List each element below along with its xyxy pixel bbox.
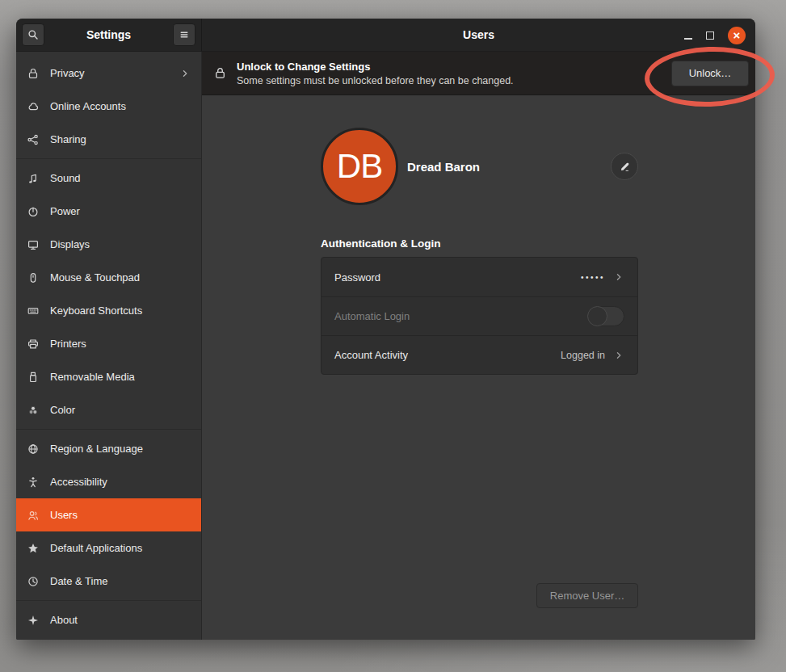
unlock-banner-title: Unlock to Change Settings [237, 61, 514, 73]
sidebar-item-region-language[interactable]: Region & Language [16, 432, 201, 465]
password-right: ••••• [581, 271, 624, 283]
account-activity-right: Logged in [561, 350, 624, 361]
sidebar-item-label: Displays [50, 238, 90, 250]
lock-icon [213, 66, 227, 80]
user-content: DB Dread Baron Authentication & Login Pa… [321, 95, 638, 375]
sidebar-item-label: Users [50, 509, 78, 521]
sidebar-item-label: Removable Media [50, 371, 135, 383]
sidebar-item-accessibility[interactable]: Accessibility [16, 465, 201, 498]
remove-user-area: Remove User… [321, 583, 638, 608]
hamburger-menu-icon [178, 28, 191, 41]
sidebar-item-removable-media[interactable]: Removable Media [16, 360, 201, 393]
automatic-login-toggle[interactable] [587, 306, 624, 326]
sidebar-item-label: Sound [50, 172, 81, 184]
edit-name-button[interactable] [611, 153, 638, 180]
chevron-right-icon [613, 350, 624, 361]
sidebar-separator [16, 158, 201, 159]
password-row[interactable]: Password ••••• [322, 258, 637, 296]
search-icon [27, 28, 40, 41]
unlock-banner: Unlock to Change Settings Some settings … [202, 52, 755, 95]
account-activity-value: Logged in [561, 350, 605, 361]
power-icon [27, 205, 40, 218]
users-panel: Unlock to Change Settings Some settings … [202, 52, 755, 640]
users-icon [27, 509, 40, 522]
sidebar-item-privacy[interactable]: Privacy [16, 57, 201, 90]
sidebar: Privacy Online Accounts Sh [16, 52, 202, 640]
settings-window: Settings Users × Priva [16, 19, 755, 640]
share-icon [27, 133, 40, 146]
music-note-icon [27, 172, 40, 185]
panel-title: Users [202, 19, 755, 52]
keyboard-icon [27, 304, 40, 317]
automatic-login-row: Automatic Login [322, 296, 637, 335]
avatar-initials: DB [337, 147, 382, 186]
display-icon [27, 238, 40, 251]
cloud-icon [27, 100, 40, 113]
accessibility-person-icon [27, 476, 40, 489]
sidebar-item-displays[interactable]: Displays [16, 228, 201, 261]
sidebar-item-label: Power [50, 205, 80, 217]
sidebar-item-label: Region & Language [50, 443, 143, 455]
avatar: DB [321, 128, 398, 205]
sidebar-item-sound[interactable]: Sound [16, 162, 201, 195]
unlock-button[interactable]: Unlock… [671, 61, 749, 86]
chevron-right-icon [613, 271, 624, 283]
menu-button[interactable] [173, 23, 195, 46]
auth-list: Password ••••• Automatic Login [321, 257, 638, 375]
globe-icon [27, 443, 40, 456]
sidebar-item-online-accounts[interactable]: Online Accounts [16, 90, 201, 123]
sidebar-item-label: Online Accounts [50, 100, 126, 112]
sidebar-item-users[interactable]: Users [16, 498, 201, 531]
sidebar-titlebar: Settings [16, 19, 202, 52]
main-titlebar: Users × [202, 19, 755, 52]
sidebar-item-label: Mouse & Touchpad [50, 271, 140, 284]
color-circles-icon [27, 404, 40, 417]
printer-icon [27, 338, 40, 351]
account-activity-label: Account Activity [334, 349, 408, 361]
password-dots: ••••• [581, 273, 605, 282]
sidebar-item-label: Sharing [50, 133, 86, 145]
star-icon [27, 542, 40, 555]
sidebar-item-printers[interactable]: Printers [16, 327, 201, 360]
sidebar-item-label: Keyboard Shortcuts [50, 304, 142, 317]
sidebar-item-mouse-touchpad[interactable]: Mouse & Touchpad [16, 261, 201, 294]
sidebar-item-label: Color [50, 404, 75, 416]
sidebar-item-color[interactable]: Color [16, 393, 201, 426]
pencil-icon [619, 161, 631, 173]
sidebar-item-date-time[interactable]: Date & Time [16, 565, 201, 598]
account-activity-row[interactable]: Account Activity Logged in [322, 335, 637, 374]
mouse-icon [27, 271, 40, 284]
password-label: Password [334, 271, 380, 284]
close-icon: × [733, 29, 741, 41]
sidebar-item-sharing[interactable]: Sharing [16, 123, 201, 156]
automatic-login-label: Automatic Login [334, 310, 410, 322]
unlock-banner-subtitle: Some settings must be unlocked before th… [237, 75, 514, 86]
sidebar-separator [16, 600, 201, 601]
settings-title: Settings [44, 28, 173, 41]
user-name: Dread Baron [407, 160, 611, 174]
sidebar-item-power[interactable]: Power [16, 195, 201, 228]
lock-icon [27, 67, 40, 80]
sidebar-item-keyboard-shortcuts[interactable]: Keyboard Shortcuts [16, 294, 201, 327]
sidebar-item-label: Default Applications [50, 542, 142, 554]
minimize-button[interactable] [684, 38, 692, 40]
unlock-banner-text: Unlock to Change Settings Some settings … [237, 61, 514, 86]
sparkle-icon [27, 614, 40, 627]
window-controls: × [684, 19, 746, 52]
sidebar-item-label: Privacy [50, 67, 85, 79]
sidebar-item-label: About [50, 614, 78, 626]
automatic-login-right [587, 306, 624, 326]
sidebar-separator [16, 429, 201, 430]
maximize-button[interactable] [706, 32, 714, 40]
sidebar-item-label: Accessibility [50, 476, 107, 488]
chevron-right-icon [179, 68, 191, 79]
search-button[interactable] [22, 23, 44, 46]
sidebar-item-label: Printers [50, 338, 86, 350]
sidebar-item-default-applications[interactable]: Default Applications [16, 531, 201, 565]
auth-section-title: Authentication & Login [321, 237, 638, 250]
toggle-knob [587, 306, 607, 326]
sidebar-item-about[interactable]: About [16, 603, 201, 636]
close-button[interactable]: × [728, 27, 746, 44]
remove-user-button[interactable]: Remove User… [536, 583, 638, 608]
sidebar-item-label: Date & Time [50, 575, 108, 587]
